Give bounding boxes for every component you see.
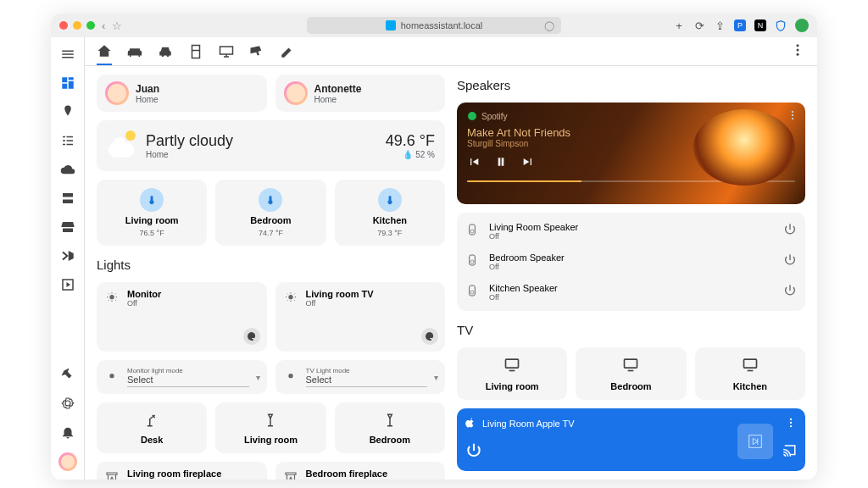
select-tv-mode[interactable]: TV Light mode Select ▾ [275,360,446,394]
speaker-name: Bedroom Speaker [489,252,775,263]
dashboard-icon[interactable] [59,75,76,92]
apple-tv-name: Living Room Apple TV [482,419,575,429]
fireplace-icon [103,469,120,480]
speaker-state: Off [489,232,775,241]
tab-camera[interactable] [249,37,264,65]
tv-bedroom[interactable]: Bedroom [576,347,686,400]
tv-living-room[interactable]: Living room [457,347,567,400]
tabs-overflow-icon[interactable] [790,42,805,61]
light-name: Monitor [127,289,260,299]
floor-lamp-icon [263,411,278,430]
menu-icon[interactable] [59,46,76,63]
climate-kitchen[interactable]: Kitchen 79.3 °F [335,180,445,246]
climate-room: Living room [125,215,179,225]
tab-sofa[interactable] [127,37,142,65]
media-art-icon [737,424,773,459]
palette-icon[interactable] [243,328,260,345]
speaker-row[interactable]: Living Room Speaker Off [465,216,797,247]
prev-track-icon[interactable] [467,155,481,172]
power-icon[interactable] [783,284,797,301]
lamp-living-room[interactable]: Living room [215,402,326,453]
media-icon[interactable] [59,276,76,293]
weather-card[interactable]: Partly cloudy Home 49.6 °F 💧 52 % [97,120,445,171]
server-icon[interactable] [59,190,76,207]
user-avatar[interactable] [58,452,77,471]
svg-point-10 [468,112,476,120]
climate-living-room[interactable]: Living room 76.5 °F [97,180,207,246]
lamp-bedroom[interactable]: Bedroom [335,402,445,453]
person-card-antonette[interactable]: Antonette Home [275,75,446,112]
profile-icon[interactable] [795,19,809,32]
cast-icon[interactable] [782,443,797,462]
ext-notion-icon[interactable]: N [754,19,766,31]
person-name: Antonette [314,83,362,95]
shield-icon[interactable] [775,19,787,31]
light-monitor[interactable]: Monitor Off [97,282,267,352]
notifications-icon[interactable] [59,424,76,441]
tab-car[interactable] [158,37,173,65]
site-icon [386,20,396,30]
card-menu-icon[interactable] [785,417,797,430]
power-icon[interactable] [783,223,797,240]
climate-temp: 76.5 °F [140,229,164,237]
section-speakers: Speakers [457,78,805,92]
fireplace-name: Bedroom fireplace [306,469,388,479]
fireplace-bedroom[interactable]: Bedroom fireplace Off [275,462,446,480]
person-card-juan[interactable]: Juan Home [97,75,267,112]
vscode-icon[interactable] [59,247,76,264]
player-menu-icon[interactable] [787,109,798,125]
settings-icon[interactable] [59,395,76,412]
dashboard-tabs [85,37,817,66]
next-track-icon[interactable] [521,155,535,172]
lamp-name: Desk [141,435,163,445]
tab-edit[interactable] [280,37,295,65]
select-monitor-mode[interactable]: Monitor light mode Select ▾ [97,360,267,394]
light-state: Off [306,299,439,308]
lightbulb-icon [103,290,120,307]
tv-kitchen[interactable]: Kitchen [695,347,805,400]
downloads-icon[interactable]: ⟳ [693,19,705,31]
store-icon[interactable] [59,219,76,236]
palette-icon[interactable] [421,328,438,345]
media-player-card[interactable]: Spotify Make Art Not Friends Sturgill Si… [457,103,805,204]
back-button[interactable]: ‹ [102,19,105,32]
power-icon[interactable] [465,442,482,463]
address-bar[interactable]: homeassistant.local ◯ [307,17,561,34]
minimize-window[interactable] [73,21,81,30]
tab-desk[interactable] [219,37,234,65]
pause-icon[interactable] [494,155,508,172]
thermostat-icon [378,188,402,212]
tab-home[interactable] [97,37,112,65]
maximize-window[interactable] [86,21,95,30]
climate-room: Kitchen [373,215,407,225]
devtools-icon[interactable] [59,366,76,383]
section-lights: Lights [97,258,445,272]
light-name: Living room TV [306,289,439,299]
speaker-row[interactable]: Kitchen Speaker Off [465,277,797,308]
floor-lamp-icon [382,411,398,430]
logbook-icon[interactable] [59,132,76,149]
svg-point-4 [288,295,292,299]
tv-name: Kitchen [733,381,767,391]
ext-pocket-icon[interactable]: P [734,19,746,31]
svg-point-21 [790,422,792,424]
tv-icon [622,356,639,376]
reader-icon[interactable]: ◯ [544,20,554,31]
climate-bedroom[interactable]: Bedroom 74.7 °F [215,180,326,246]
tv-icon [742,356,759,376]
lamp-desk[interactable]: Desk [97,402,207,453]
speaker-row[interactable]: Bedroom Speaker Off [465,247,797,277]
apple-icon [465,418,476,430]
power-icon[interactable] [783,253,797,270]
cloud-icon[interactable] [59,161,76,178]
share-icon[interactable]: ⇪ [714,19,726,31]
map-icon[interactable] [59,103,76,120]
light-living-room-tv[interactable]: Living room TV Off [275,282,446,352]
close-window[interactable] [59,21,68,30]
tab-kitchen[interactable] [188,37,203,65]
fireplace-living-room[interactable]: Living room fireplace Off [97,462,267,480]
apple-tv-card[interactable]: Living Room Apple TV [457,408,805,471]
new-tab-icon[interactable]: + [673,19,685,31]
tv-name: Living room [486,381,539,391]
favorite-button[interactable]: ☆ [112,19,122,32]
